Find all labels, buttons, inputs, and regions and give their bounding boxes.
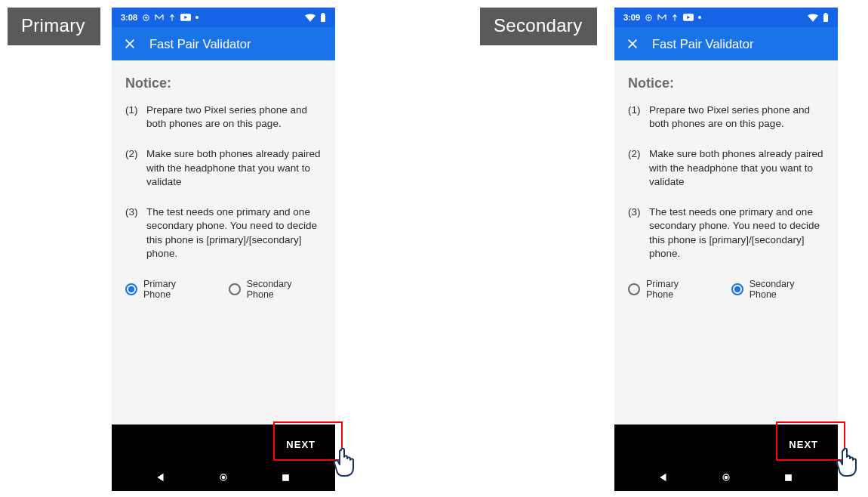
cursor-hand-icon: [331, 446, 361, 476]
battery-icon: [320, 13, 326, 22]
svg-point-30: [725, 476, 728, 480]
dot-icon: [195, 16, 199, 19]
radio-label: Primary Phone: [646, 279, 709, 300]
antenna-icon: [168, 14, 176, 22]
dot-icon: [698, 16, 701, 19]
nav-home-icon[interactable]: [217, 471, 229, 483]
youtube-icon: [683, 14, 694, 21]
youtube-icon: [180, 14, 191, 21]
radio-button-icon: [731, 283, 743, 295]
radio-button-icon: [125, 283, 137, 295]
badge-primary: Primary: [8, 8, 100, 45]
wifi-icon: [808, 14, 818, 22]
radio-secondary-phone[interactable]: Secondary Phone: [229, 279, 322, 300]
phone-role-radio-group: Primary Phone Secondary Phone: [628, 279, 824, 300]
instruction-item: Make sure both phones already paired wit…: [125, 147, 322, 189]
data-saver-icon: [142, 14, 150, 22]
svg-rect-9: [322, 13, 325, 14]
svg-rect-15: [282, 474, 289, 481]
antenna-icon: [671, 14, 679, 22]
svg-rect-25: [825, 13, 827, 14]
status-time: 3:08: [121, 13, 137, 22]
svg-point-23: [698, 16, 701, 19]
status-bar: 3:09: [614, 8, 838, 27]
radio-label: Secondary Phone: [247, 279, 322, 300]
app-title: Fast Pair Validator: [652, 37, 754, 51]
radio-button-icon: [229, 283, 241, 295]
badge-secondary: Secondary: [480, 8, 597, 45]
next-button[interactable]: NEXT: [781, 433, 826, 456]
gmail-icon: [657, 14, 666, 21]
phone-secondary: 3:09: [614, 8, 838, 491]
nav-back-icon[interactable]: [657, 471, 669, 483]
svg-rect-31: [785, 474, 792, 481]
nav-home-icon[interactable]: [720, 471, 732, 483]
instruction-item: Make sure both phones already paired wit…: [628, 147, 824, 189]
close-icon[interactable]: [122, 36, 137, 51]
radio-primary-phone[interactable]: Primary Phone: [125, 279, 206, 300]
footer-bar: NEXT: [614, 424, 838, 464]
data-saver-icon: [645, 14, 653, 22]
radio-label: Secondary Phone: [749, 279, 824, 300]
svg-rect-8: [321, 14, 325, 23]
svg-point-14: [222, 476, 226, 480]
phone-primary: 3:08: [112, 8, 335, 491]
instruction-list: Prepare two Pixel series phone and both …: [628, 103, 824, 261]
radio-label: Primary Phone: [143, 279, 206, 300]
notice-heading: Notice:: [125, 76, 322, 91]
footer-bar: NEXT: [112, 424, 335, 464]
battery-icon: [823, 13, 829, 22]
content-area: Notice: Prepare two Pixel series phone a…: [112, 60, 335, 424]
content-area: Notice: Prepare two Pixel series phone a…: [614, 60, 838, 424]
radio-button-icon: [628, 283, 640, 295]
android-nav-bar: [614, 464, 838, 491]
next-button[interactable]: NEXT: [279, 433, 323, 456]
radio-primary-phone[interactable]: Primary Phone: [628, 279, 709, 300]
cursor-hand-icon: [833, 446, 863, 476]
app-title: Fast Pair Validator: [149, 37, 251, 51]
svg-marker-12: [158, 474, 164, 482]
instruction-list: Prepare two Pixel series phone and both …: [125, 103, 322, 261]
nav-back-icon[interactable]: [155, 471, 167, 483]
nav-recent-icon[interactable]: [280, 471, 292, 483]
radio-secondary-phone[interactable]: Secondary Phone: [731, 279, 824, 300]
instruction-item: The test needs one primary and one secon…: [628, 205, 824, 261]
notice-heading: Notice:: [628, 76, 824, 91]
status-bar: 3:08: [112, 8, 335, 27]
wifi-icon: [305, 14, 315, 22]
instruction-item: Prepare two Pixel series phone and both …: [125, 103, 322, 131]
svg-point-7: [195, 16, 199, 19]
app-bar: Fast Pair Validator: [112, 27, 335, 60]
gmail-icon: [155, 14, 164, 21]
status-time: 3:09: [623, 13, 640, 22]
phone-role-radio-group: Primary Phone Secondary Phone: [125, 279, 322, 300]
instruction-item: The test needs one primary and one secon…: [125, 205, 322, 261]
android-nav-bar: [112, 464, 335, 491]
close-icon[interactable]: [625, 36, 640, 51]
svg-rect-24: [823, 14, 828, 23]
app-bar: Fast Pair Validator: [614, 27, 838, 60]
nav-recent-icon[interactable]: [783, 471, 795, 483]
svg-marker-28: [660, 474, 666, 482]
instruction-item: Prepare two Pixel series phone and both …: [628, 103, 824, 131]
